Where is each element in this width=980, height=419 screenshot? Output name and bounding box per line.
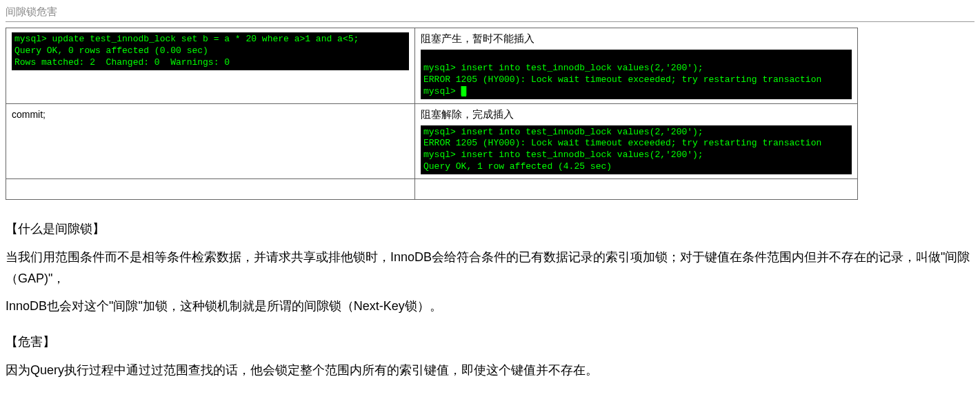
section-heading-what: 【什么是间隙锁】 <box>6 221 974 237</box>
cell-right-1: 阻塞产生，暂时不能插入 mysql> insert into test_inno… <box>414 28 857 104</box>
cell-left-2: commit; <box>6 103 415 179</box>
cell-empty-right <box>414 179 857 200</box>
page-title: 间隙锁危害 <box>6 6 974 19</box>
cell-label: 阻塞产生，暂时不能插入 <box>421 32 852 45</box>
terminal-output: mysql> insert into test_innodb_lock valu… <box>421 50 852 99</box>
table-row: commit; 阻塞解除，完成插入 mysql> insert into tes… <box>6 103 858 179</box>
lock-demo-table: mysql> update test_innodb_lock set b = a… <box>6 28 858 200</box>
cell-left-1: mysql> update test_innodb_lock set b = a… <box>6 28 415 104</box>
terminal-cursor-icon: █ <box>461 86 467 96</box>
cell-label: 阻塞解除，完成插入 <box>421 108 852 121</box>
cell-right-2: 阻塞解除，完成插入 mysql> insert into test_innodb… <box>414 103 857 179</box>
table-row: mysql> update test_innodb_lock set b = a… <box>6 28 858 104</box>
body-paragraph: InnoDB也会对这个"间隙"加锁，这种锁机制就是所谓的间隙锁（Next-Key… <box>6 296 974 317</box>
terminal-output: mysql> update test_innodb_lock set b = a… <box>12 32 409 70</box>
terminal-output: mysql> insert into test_innodb_lock valu… <box>421 125 852 175</box>
table-row <box>6 179 858 200</box>
divider <box>6 21 974 22</box>
body-paragraph: 因为Query执行过程中通过过范围查找的话，他会锁定整个范围内所有的索引键值，即… <box>6 360 974 381</box>
cell-empty-left <box>6 179 415 200</box>
body-paragraph: 当我们用范围条件而不是相等条件检索数据，并请求共享或排他锁时，InnoDB会给符… <box>6 247 974 289</box>
commit-text: commit; <box>12 109 46 120</box>
section-heading-harm: 【危害】 <box>6 334 974 350</box>
